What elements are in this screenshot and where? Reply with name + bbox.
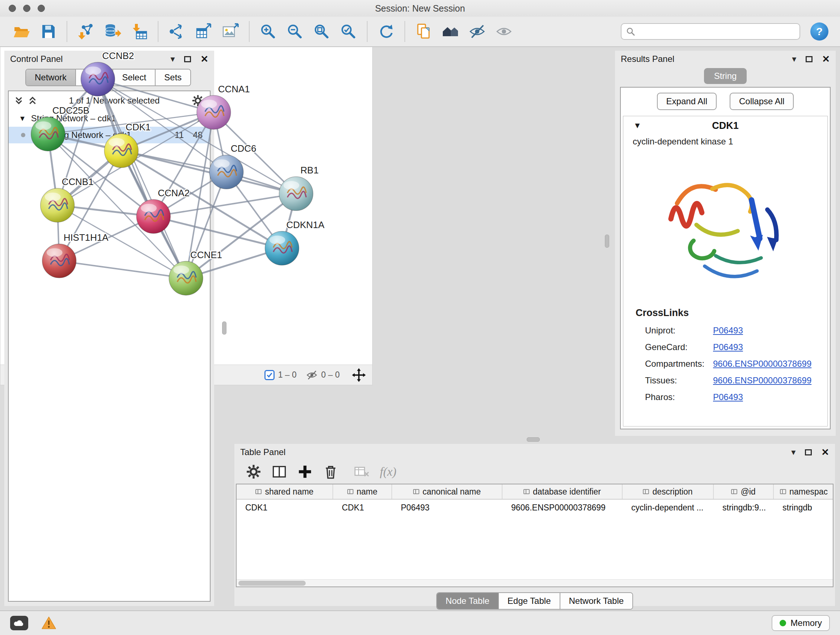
network-edge[interactable] xyxy=(98,79,213,112)
column-header-canonical-name[interactable]: canonical name xyxy=(392,485,502,499)
results-panel-minimize-icon[interactable]: ▾ xyxy=(792,55,796,63)
refresh-button[interactable] xyxy=(373,19,399,44)
memory-label: Memory xyxy=(790,618,822,628)
network-edge[interactable] xyxy=(98,79,186,279)
table-toolbar: f(x) xyxy=(234,461,835,483)
expand-all-button[interactable]: Expand All xyxy=(657,93,717,110)
network-node-cdc25b[interactable]: CDC25B xyxy=(31,105,89,151)
help-button[interactable]: ? xyxy=(810,22,829,41)
table-header-row: shared namenamecanonical namedatabase id… xyxy=(237,485,833,500)
table-row[interactable]: CDK1CDK1P064939606.ENSP00000378699cyclin… xyxy=(237,500,833,516)
memory-status-dot xyxy=(780,620,786,626)
results-panel: Results Panel ▾ ✕ String Expand All Coll… xyxy=(615,51,836,436)
collapse-all-button[interactable]: Collapse All xyxy=(729,93,794,110)
results-panel-title: Results Panel xyxy=(621,54,674,64)
column-header-namespac[interactable]: namespac xyxy=(774,485,834,499)
table-panel-minimize-icon[interactable]: ▾ xyxy=(791,448,796,456)
node-label: CDK1 xyxy=(126,122,150,132)
table-cell: CDK1 xyxy=(333,503,392,513)
column-icon xyxy=(413,489,419,494)
delete-column-trash-icon[interactable] xyxy=(323,464,339,480)
crosslink-link[interactable]: P06493 xyxy=(713,325,743,336)
eye-icon xyxy=(495,23,513,40)
column-header-description[interactable]: description xyxy=(622,485,714,499)
column-icon xyxy=(256,489,262,494)
table-tab-edge-table[interactable]: Edge Table xyxy=(499,593,561,609)
show-elements-button[interactable] xyxy=(491,19,517,44)
crosslink-link[interactable]: 9606.ENSP00000378699 xyxy=(713,359,812,369)
results-panel-close-icon[interactable]: ✕ xyxy=(822,54,830,64)
network-edge[interactable] xyxy=(59,261,186,279)
network-node-cdk1[interactable]: CDK1 xyxy=(104,122,150,168)
crosslink-label: Tissues: xyxy=(645,375,713,386)
function-builder-fx-icon: f(x) xyxy=(380,465,396,478)
column-icon xyxy=(523,489,530,494)
network-node-ccnb2[interactable]: CCNB2 xyxy=(81,51,134,96)
table-panel-float-icon[interactable] xyxy=(805,449,812,455)
network-node-rb1[interactable]: RB1 xyxy=(279,165,318,211)
crosslink-label: Uniprot: xyxy=(645,325,713,336)
table-settings-gear-icon[interactable] xyxy=(246,464,261,479)
table-panel: Table Panel ▾ ✕ f(x) shared namenamecano… xyxy=(234,444,835,606)
duplicate-button[interactable] xyxy=(410,19,437,44)
hide-elements-button[interactable] xyxy=(464,19,491,44)
node-label: CDKN1A xyxy=(286,220,325,230)
table-cell: CDK1 xyxy=(237,503,333,513)
clear-table-disabled-icon xyxy=(354,464,370,479)
selected-nodes-checkbox-icon[interactable] xyxy=(264,370,275,380)
splitter-handle-horizontal[interactable] xyxy=(527,437,540,442)
node-label: CCNE1 xyxy=(190,250,222,260)
memory-button[interactable]: Memory xyxy=(772,615,830,631)
network-node-ccne1[interactable]: CCNE1 xyxy=(169,250,222,295)
network-node-hist1h1a[interactable]: HIST1H1A xyxy=(42,233,109,278)
column-icon xyxy=(347,489,354,494)
table-panel-title: Table Panel xyxy=(240,447,286,457)
network-node-ccna1[interactable]: CCNA1 xyxy=(197,84,250,130)
network-graph[interactable]: CCNB2CCNA1CDC25BCDK1CDC6RB1CCNB1CCNA2CDK… xyxy=(0,0,372,364)
network-node-cdkn1a[interactable]: CDKN1A xyxy=(265,220,325,265)
splitter-handle-right[interactable] xyxy=(605,234,609,248)
search-input[interactable] xyxy=(639,27,795,36)
column-header--id[interactable]: @id xyxy=(714,485,774,499)
refresh-icon xyxy=(377,23,395,40)
table-cell: stringdb xyxy=(774,503,834,513)
results-panel-float-icon[interactable] xyxy=(806,56,813,62)
home-button[interactable] xyxy=(437,19,464,44)
protein-detail-section: ▼ CDK1 cyclin-dependent kinase 1 xyxy=(623,116,828,426)
crosslink-label: Pharos: xyxy=(645,392,713,402)
column-icon xyxy=(643,489,649,494)
toolbar-separator xyxy=(404,21,405,42)
show-columns-icon[interactable] xyxy=(271,464,287,480)
column-header-database-identifier[interactable]: database identifier xyxy=(502,485,622,499)
protein-structure-image xyxy=(653,152,798,296)
protein-collapse-caret-icon[interactable]: ▼ xyxy=(633,121,641,130)
network-canvas[interactable]: CCNB2CCNA1CDC25BCDK1CDC6RB1CCNB1CCNA2CDK… xyxy=(0,0,372,364)
splitter-handle-left[interactable] xyxy=(222,321,226,334)
scrollbar-thumb[interactable] xyxy=(238,581,306,586)
crosslink-row: Compartments:9606.ENSP00000378699 xyxy=(623,356,827,372)
table-cell: 9606.ENSP00000378699 xyxy=(502,503,622,513)
hidden-eye-slash-icon[interactable] xyxy=(306,369,317,381)
network-edge[interactable] xyxy=(121,150,296,194)
table-tab-network-table[interactable]: Network Table xyxy=(561,593,633,609)
warning-triangle-icon xyxy=(41,616,57,630)
duplicate-pages-icon xyxy=(415,23,432,40)
crosslink-link[interactable]: P06493 xyxy=(713,342,743,352)
crosslink-link[interactable]: P06493 xyxy=(713,392,743,402)
table-cell: stringdb:9... xyxy=(714,503,774,513)
crosslink-link[interactable]: 9606.ENSP00000378699 xyxy=(713,375,812,386)
table-tab-node-table[interactable]: Node Table xyxy=(437,593,499,609)
table-horizontal-scrollbar[interactable] xyxy=(237,579,833,586)
network-view-region: CCNB2CCNA1CDC25BCDK1CDC6RB1CCNB1CCNA2CDK… xyxy=(0,0,373,385)
warnings-button[interactable] xyxy=(41,616,57,630)
column-header-name[interactable]: name xyxy=(333,485,392,499)
pan-crosshair-icon[interactable] xyxy=(352,368,366,382)
results-tab-string[interactable]: String xyxy=(704,68,747,84)
column-header-shared-name[interactable]: shared name xyxy=(237,485,333,499)
cloud-status-button[interactable] xyxy=(10,616,28,630)
search-field-container xyxy=(621,23,800,40)
node-table: shared namenamecanonical namedatabase id… xyxy=(236,484,834,587)
table-tabs: Node TableEdge TableNetwork Table xyxy=(436,592,633,610)
add-column-plus-icon[interactable] xyxy=(297,464,313,479)
table-panel-close-icon[interactable]: ✕ xyxy=(821,448,829,457)
